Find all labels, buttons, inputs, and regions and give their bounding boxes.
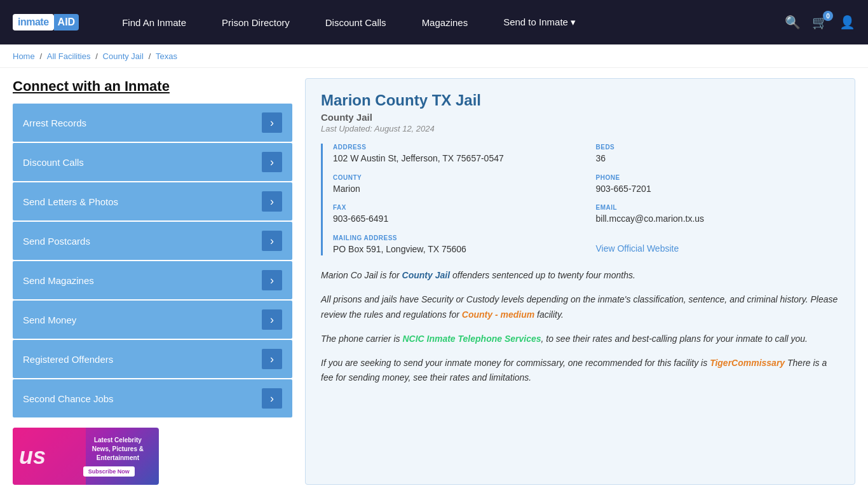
sidebar-item-second-chance[interactable]: Second Chance Jobs › — [13, 379, 292, 417]
facility-description: Marion Co Jail is for County Jail offend… — [321, 268, 839, 386]
facility-type: County Jail — [321, 112, 839, 123]
user-icon[interactable]: 👤 — [839, 15, 855, 30]
address-field: ADDRESS 102 W Austin St, Jefferson, TX 7… — [333, 144, 577, 165]
navbar-links: Find An Inmate Prison Directory Discount… — [104, 0, 785, 44]
sidebar: Connect with an Inmate Arrest Records › … — [13, 78, 292, 485]
view-official-website-link[interactable]: View Official Website — [596, 243, 679, 254]
phone-value: 903-665-7201 — [596, 183, 840, 196]
nav-find-inmate[interactable]: Find An Inmate — [104, 0, 204, 44]
nav-prison-directory[interactable]: Prison Directory — [204, 0, 308, 44]
sidebar-item-send-money[interactable]: Send Money › — [13, 301, 292, 339]
email-value: bill.mccay@co.marion.tx.us — [596, 213, 840, 226]
fax-value: 903-665-6491 — [333, 213, 577, 226]
cart-icon[interactable]: 🛒 0 — [812, 15, 828, 30]
chevron-right-icon: › — [262, 112, 282, 133]
facility-info-grid: ADDRESS 102 W Austin St, Jefferson, TX 7… — [321, 144, 839, 255]
email-label: EMAIL — [596, 204, 840, 211]
sidebar-item-send-letters[interactable]: Send Letters & Photos › — [13, 182, 292, 220]
ad-logo: us — [19, 443, 79, 470]
website-field: LINK View Official Website — [596, 234, 840, 256]
info-grid: ADDRESS 102 W Austin St, Jefferson, TX 7… — [333, 144, 839, 255]
breadcrumb-all-facilities[interactable]: All Facilities — [47, 51, 91, 61]
facility-name: Marion County TX Jail — [321, 92, 839, 109]
county-medium-link[interactable]: County - medium — [462, 309, 534, 320]
desc-para-3: The phone carrier is NCIC Inmate Telepho… — [321, 332, 839, 347]
phone-field: PHONE 903-665-7201 — [596, 174, 840, 196]
chevron-right-icon: › — [262, 152, 282, 172]
sidebar-item-label: Send Magazines — [23, 275, 94, 286]
address-label: ADDRESS — [333, 144, 577, 151]
breadcrumb: Home / All Facilities / County Jail / Te… — [0, 44, 868, 68]
sidebar-title: Connect with an Inmate — [13, 78, 292, 95]
search-icon[interactable]: 🔍 — [785, 15, 801, 30]
beds-field: BEDS 36 — [596, 144, 840, 165]
sidebar-menu: Arrest Records › Discount Calls › Send L… — [13, 104, 292, 417]
navbar-icons: 🔍 🛒 0 👤 — [785, 15, 855, 30]
logo-box: inmate — [13, 14, 54, 30]
chevron-right-icon: › — [262, 231, 282, 251]
email-field: EMAIL bill.mccay@co.marion.tx.us — [596, 204, 840, 226]
desc-para-2: All prisons and jails have Security or C… — [321, 292, 839, 323]
sidebar-item-label: Send Money — [23, 315, 76, 325]
cart-badge: 0 — [823, 11, 833, 21]
desc-para-4: If you are seeking to send your inmate m… — [321, 356, 839, 386]
sidebar-item-label: Send Postcards — [23, 236, 90, 247]
sidebar-item-label: Registered Offenders — [23, 354, 113, 365]
ncic-link[interactable]: NCIC Inmate Telephone Services — [402, 334, 541, 344]
desc-para-1: Marion Co Jail is for County Jail offend… — [321, 268, 839, 283]
facility-card: Marion County TX Jail County Jail Last U… — [305, 78, 855, 485]
sidebar-item-registered-offenders[interactable]: Registered Offenders › — [13, 340, 292, 378]
chevron-right-icon: › — [262, 191, 282, 212]
ad-tagline: Latest Celebrity News, Pictures & Entert… — [83, 436, 153, 463]
address-value: 102 W Austin St, Jefferson, TX 75657-054… — [333, 152, 577, 165]
beds-label: BEDS — [596, 144, 840, 151]
navbar: inmate AID Find An Inmate Prison Directo… — [0, 0, 868, 44]
nav-discount-calls[interactable]: Discount Calls — [308, 0, 404, 44]
chevron-right-icon: › — [262, 309, 282, 330]
chevron-right-icon: › — [262, 270, 282, 290]
facility-last-updated: Last Updated: August 12, 2024 — [321, 124, 839, 133]
mailing-field: MAILING ADDRESS PO Box 591, Longview, TX… — [333, 234, 577, 256]
county-label: COUNTY — [333, 174, 577, 181]
main-content: Connect with an Inmate Arrest Records › … — [0, 68, 868, 488]
county-jail-link[interactable]: County Jail — [402, 270, 450, 280]
sidebar-item-send-magazines[interactable]: Send Magazines › — [13, 261, 292, 299]
tiger-commissary-link[interactable]: TigerCommissary — [710, 358, 785, 368]
sidebar-advertisement[interactable]: us Latest Celebrity News, Pictures & Ent… — [13, 428, 159, 485]
nav-send-to-inmate[interactable]: Send to Inmate ▾ — [485, 0, 593, 44]
breadcrumb-texas[interactable]: Texas — [156, 51, 177, 61]
sidebar-item-label: Arrest Records — [23, 118, 86, 128]
breadcrumb-home[interactable]: Home — [13, 51, 35, 61]
chevron-right-icon: › — [262, 388, 282, 409]
logo[interactable]: inmate AID — [13, 14, 79, 30]
chevron-right-icon: › — [262, 349, 282, 369]
county-value: Marion — [333, 183, 577, 196]
ad-subscribe-button[interactable]: Subscribe Now — [83, 466, 135, 477]
sidebar-item-label: Send Letters & Photos — [23, 196, 118, 207]
nav-magazines[interactable]: Magazines — [404, 0, 486, 44]
fax-label: FAX — [333, 204, 577, 211]
sidebar-item-label: Second Chance Jobs — [23, 393, 114, 404]
phone-label: PHONE — [596, 174, 840, 181]
fax-field: FAX 903-665-6491 — [333, 204, 577, 226]
mailing-label: MAILING ADDRESS — [333, 234, 577, 241]
county-field: COUNTY Marion — [333, 174, 577, 196]
logo-aid: AID — [54, 14, 79, 30]
sidebar-item-arrest-records[interactable]: Arrest Records › — [13, 104, 292, 142]
sidebar-item-discount-calls[interactable]: Discount Calls › — [13, 143, 292, 181]
mailing-value: PO Box 591, Longview, TX 75606 — [333, 243, 577, 256]
beds-value: 36 — [596, 152, 840, 165]
breadcrumb-county-jail[interactable]: County Jail — [103, 51, 144, 61]
sidebar-item-send-postcards[interactable]: Send Postcards › — [13, 222, 292, 260]
sidebar-item-label: Discount Calls — [23, 157, 84, 168]
